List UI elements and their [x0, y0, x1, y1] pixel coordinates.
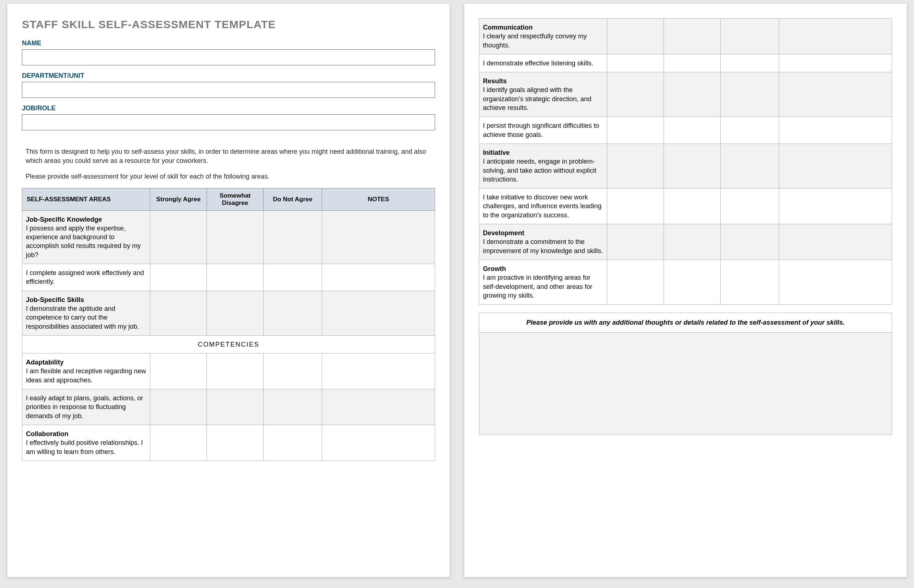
area-cell: DevelopmentI demonstrate a commitment to… — [479, 224, 607, 260]
rating-cell[interactable] — [721, 19, 779, 55]
rating-cell[interactable] — [207, 291, 264, 335]
rating-cell[interactable] — [607, 72, 664, 117]
header-do-not-agree: Do Not Agree — [264, 188, 322, 210]
intro-paragraph-2: Please provide self-assessment for your … — [26, 172, 435, 181]
rating-cell[interactable] — [607, 19, 664, 55]
rating-cell[interactable] — [607, 189, 664, 224]
rating-cell[interactable] — [264, 210, 322, 264]
area-cell: I take initiative to discover new work c… — [479, 189, 607, 224]
rating-cell[interactable] — [664, 19, 721, 55]
rating-cell[interactable] — [207, 425, 264, 460]
notes-cell[interactable] — [779, 189, 892, 224]
rating-cell[interactable] — [207, 264, 264, 291]
table-row: I take initiative to discover new work c… — [479, 189, 892, 224]
rating-cell[interactable] — [150, 354, 207, 389]
rating-cell[interactable] — [664, 72, 721, 117]
job-input[interactable] — [22, 114, 435, 130]
rating-cell[interactable] — [664, 189, 721, 224]
notes-cell[interactable] — [779, 72, 892, 117]
competencies-heading: COMPETENCIES — [22, 335, 435, 353]
rating-cell[interactable] — [150, 210, 207, 264]
area-description: I easily adapt to plans, goals, actions,… — [26, 394, 146, 420]
area-cell: CollaborationI effectively build positiv… — [22, 425, 150, 460]
area-description: I possess and apply the expertise, exper… — [26, 224, 146, 259]
area-description: I am flexible and receptive regarding ne… — [26, 367, 146, 384]
rating-cell[interactable] — [150, 291, 207, 335]
rating-cell[interactable] — [721, 260, 779, 304]
area-cell: GrowthI am proactive in identifying area… — [479, 260, 607, 304]
notes-cell[interactable] — [779, 117, 892, 144]
area-description: I demonstrate the aptitude and competenc… — [26, 304, 146, 331]
area-title: Growth — [483, 265, 603, 273]
area-cell: CommunicationI clearly and respectfully … — [479, 19, 607, 55]
rating-cell[interactable] — [721, 54, 779, 72]
notes-cell[interactable] — [322, 291, 435, 335]
rating-cell[interactable] — [264, 425, 322, 460]
notes-cell[interactable] — [779, 260, 892, 304]
rating-cell[interactable] — [721, 117, 779, 144]
area-cell: AdaptabilityI am flexible and receptive … — [22, 354, 150, 389]
notes-cell[interactable] — [322, 425, 435, 460]
rating-cell[interactable] — [264, 291, 322, 335]
rating-cell[interactable] — [150, 425, 207, 460]
rating-cell[interactable] — [721, 189, 779, 224]
page-1: STAFF SKILL SELF-ASSESSMENT TEMPLATE NAM… — [7, 4, 450, 577]
feedback-prompt: Please provide us with any additional th… — [479, 313, 892, 333]
table-row: I easily adapt to plans, goals, actions,… — [22, 389, 435, 425]
table-row: DevelopmentI demonstrate a commitment to… — [479, 224, 892, 260]
intro-paragraph-1: This form is designed to help you to sel… — [26, 147, 435, 165]
area-title: Job-Specific Skills — [26, 296, 146, 304]
table-row: I demonstrate effective listening skills… — [479, 54, 892, 72]
department-input[interactable] — [22, 82, 435, 98]
name-input[interactable] — [22, 49, 435, 65]
notes-cell[interactable] — [322, 264, 435, 291]
rating-cell[interactable] — [264, 264, 322, 291]
area-cell: ResultsI identify goals aligned with the… — [479, 72, 607, 117]
rating-cell[interactable] — [664, 117, 721, 144]
rating-cell[interactable] — [264, 389, 322, 425]
area-cell: InitiativeI anticipate needs, engage in … — [479, 144, 607, 188]
rating-cell[interactable] — [664, 260, 721, 304]
area-title: Collaboration — [26, 430, 146, 438]
header-somewhat-disagree: Somewhat Disagree — [207, 188, 264, 210]
area-cell: I persist through significant difficulti… — [479, 117, 607, 144]
rating-cell[interactable] — [207, 210, 264, 264]
rating-cell[interactable] — [721, 72, 779, 117]
notes-cell[interactable] — [779, 54, 892, 72]
area-cell: I complete assigned work effectively and… — [22, 264, 150, 291]
notes-cell[interactable] — [779, 19, 892, 55]
rating-cell[interactable] — [264, 354, 322, 389]
notes-cell[interactable] — [322, 354, 435, 389]
rating-cell[interactable] — [150, 264, 207, 291]
notes-cell[interactable] — [322, 389, 435, 425]
rating-cell[interactable] — [607, 224, 664, 260]
rating-cell[interactable] — [607, 117, 664, 144]
notes-cell[interactable] — [322, 210, 435, 264]
rating-cell[interactable] — [664, 144, 721, 188]
table-row: Job-Specific SkillsI demonstrate the apt… — [22, 291, 435, 335]
rating-cell[interactable] — [150, 389, 207, 425]
rating-cell[interactable] — [607, 260, 664, 304]
area-title: Adaptability — [26, 358, 146, 367]
department-label: DEPARTMENT/UNIT — [22, 72, 435, 80]
rating-cell[interactable] — [207, 389, 264, 425]
name-label: NAME — [22, 39, 435, 47]
rating-cell[interactable] — [664, 224, 721, 260]
rating-cell[interactable] — [607, 54, 664, 72]
assessment-table: SELF-ASSESSMENT AREAS Strongly Agree Som… — [22, 188, 435, 461]
notes-cell[interactable] — [779, 224, 892, 260]
notes-cell[interactable] — [779, 144, 892, 188]
rating-cell[interactable] — [721, 144, 779, 188]
header-areas: SELF-ASSESSMENT AREAS — [22, 188, 150, 210]
rating-cell[interactable] — [721, 224, 779, 260]
rating-cell[interactable] — [207, 354, 264, 389]
area-description: I identify goals aligned with the organi… — [483, 86, 603, 112]
area-description: I am proactive in identifying areas for … — [483, 273, 603, 300]
area-description: I anticipate needs, engage in problem-so… — [483, 157, 603, 184]
feedback-textarea[interactable] — [479, 333, 892, 435]
area-cell: Job-Specific KnowledgeI possess and appl… — [22, 210, 150, 264]
area-cell: I demonstrate effective listening skills… — [479, 54, 607, 72]
rating-cell[interactable] — [664, 54, 721, 72]
table-row: CommunicationI clearly and respectfully … — [479, 19, 892, 55]
rating-cell[interactable] — [607, 144, 664, 188]
